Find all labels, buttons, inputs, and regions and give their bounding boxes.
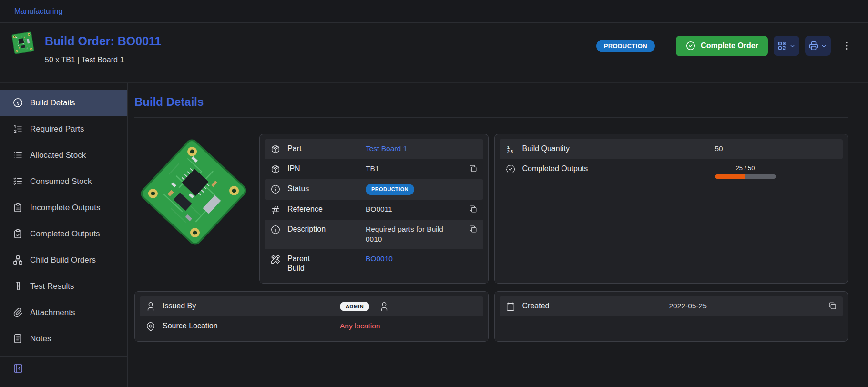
main-panel: Build Details Part Test Board 1 <box>128 83 868 387</box>
sidebar-item-consumed-stock[interactable]: Consumed Stock <box>0 168 127 194</box>
description-value: Required parts for Build 0010 <box>366 224 450 244</box>
sidebar-item-label: Incomplete Outputs <box>30 203 100 213</box>
build-part-image[interactable] <box>135 134 251 250</box>
user-icon <box>379 301 389 312</box>
calendar-icon <box>505 301 516 312</box>
progress-label: 25 / 50 <box>715 164 776 173</box>
detail-label: Created <box>522 301 669 311</box>
build-details-card: Part Test Board 1 IPN TB1 <box>259 134 489 284</box>
overflow-menu-button[interactable] <box>839 39 854 53</box>
detail-row-source-location: Source Location Any location <box>140 316 483 336</box>
barcode-actions-button[interactable] <box>774 36 799 56</box>
sidebar-item-incomplete-outputs[interactable]: Incomplete Outputs <box>0 194 127 221</box>
map-pin-icon <box>145 321 156 332</box>
sidebar-item-label: Child Build Orders <box>30 255 96 265</box>
detail-row-parent-build: Parent Build BO0010 <box>265 249 483 279</box>
issued-by-badge: ADMIN <box>340 302 369 311</box>
progress-bar <box>715 174 776 179</box>
copy-icon <box>469 204 478 214</box>
panel-title: Build Details <box>134 95 848 109</box>
package-icon <box>270 164 281 174</box>
detail-row-created: Created 2022-05-25 <box>500 296 843 316</box>
chevron-down-icon <box>789 42 796 50</box>
sidebar: Build Details Required Parts Allocated S… <box>0 83 128 387</box>
copy-icon <box>828 301 837 310</box>
complete-order-button[interactable]: Complete Order <box>676 36 768 56</box>
printer-icon <box>808 41 819 51</box>
copy-button[interactable] <box>469 164 478 173</box>
sidebar-item-label: Attachments <box>30 308 75 317</box>
source-location-value: Any location <box>340 321 478 331</box>
sidebar-item-attachments[interactable]: Attachments <box>0 299 127 326</box>
detail-label: Completed Outputs <box>522 164 715 174</box>
info-circle-icon <box>12 97 23 108</box>
detail-label: Part <box>287 144 366 154</box>
part-link[interactable]: Test Board 1 <box>366 144 478 154</box>
detail-label: Status <box>287 184 366 194</box>
detail-row-description: Description Required parts for Build 001… <box>265 220 483 249</box>
build-quantity-card: 123 Build Quantity 50 Completed Outputs … <box>494 134 848 284</box>
sidebar-item-completed-outputs[interactable]: Completed Outputs <box>0 221 127 247</box>
created-card: Created 2022-05-25 <box>494 291 848 342</box>
svg-text:2: 2 <box>507 149 509 154</box>
detail-row-issued-by: Issued By ADMIN <box>140 296 483 316</box>
clipboard-icon <box>12 202 23 213</box>
progress-check-icon <box>505 164 516 174</box>
progress-fill <box>715 174 745 179</box>
issue-info-card: Issued By ADMIN Source Location Any loca… <box>134 291 489 342</box>
page-subtitle: 50 x TB1 | Test Board 1 <box>45 56 162 64</box>
detail-label: Build Quantity <box>522 144 715 154</box>
sidebar-item-child-build-orders[interactable]: Child Build Orders <box>0 247 127 273</box>
detail-row-part: Part Test Board 1 <box>265 139 483 159</box>
list-numbers-icon <box>12 123 23 134</box>
detail-label: IPN <box>287 164 366 174</box>
qrcode-icon <box>777 41 787 51</box>
complete-order-label: Complete Order <box>701 41 758 50</box>
copy-button[interactable] <box>469 204 478 214</box>
hash-icon <box>270 204 281 215</box>
detail-row-reference: Reference BO0011 <box>265 200 483 220</box>
copy-button[interactable] <box>469 224 478 234</box>
clipboard-check-icon <box>12 228 23 239</box>
panel-divider <box>134 117 848 118</box>
test-tube-icon <box>12 281 23 292</box>
created-value: 2022-05-25 <box>669 301 824 311</box>
sidebar-item-label: Required Parts <box>30 124 84 134</box>
status-badge: PRODUCTION <box>596 40 655 52</box>
info-circle-icon <box>270 224 281 235</box>
print-actions-button[interactable] <box>805 36 831 56</box>
detail-label: Reference <box>287 204 366 214</box>
sidebar-item-label: Test Results <box>30 282 74 291</box>
detail-row-ipn: IPN TB1 <box>265 159 483 179</box>
sidebar-item-label: Consumed Stock <box>30 177 92 186</box>
svg-text:3: 3 <box>511 149 513 154</box>
reference-value: BO0011 <box>366 204 464 214</box>
sidebar-collapse-button[interactable] <box>12 363 24 374</box>
detail-row-completed-outputs: Completed Outputs 25 / 50 <box>500 159 843 186</box>
info-circle-icon <box>270 184 281 194</box>
status-badge-small: PRODUCTION <box>366 184 414 195</box>
sidebar-item-test-results[interactable]: Test Results <box>0 273 127 299</box>
sidebar-item-notes[interactable]: Notes <box>0 326 127 352</box>
sidebar-item-allocated-stock[interactable]: Allocated Stock <box>0 142 127 168</box>
ipn-value: TB1 <box>366 164 464 174</box>
detail-label: Parent Build <box>287 254 321 274</box>
chevron-down-icon <box>820 42 827 50</box>
breadcrumb-link-manufacturing[interactable]: Manufacturing <box>14 7 62 16</box>
page-title: Build Order: BO0011 <box>45 34 162 48</box>
detail-label: Description <box>287 224 366 234</box>
sidebar-item-required-parts[interactable]: Required Parts <box>0 116 127 142</box>
build-thumbnail[interactable] <box>12 32 35 55</box>
sidebar-item-label: Notes <box>30 334 51 344</box>
sidebar-item-build-details[interactable]: Build Details <box>0 90 127 116</box>
detail-label: Issued By <box>163 301 340 311</box>
notes-icon <box>12 333 23 344</box>
breadcrumb: Manufacturing <box>0 0 868 23</box>
copy-button[interactable] <box>828 301 837 310</box>
build-quantity-value: 50 <box>715 144 837 154</box>
paperclip-icon <box>12 307 23 318</box>
sidebar-collapse-icon <box>12 363 24 374</box>
sidebar-item-label: Completed Outputs <box>30 229 100 239</box>
sidebar-item-label: Build Details <box>30 98 75 108</box>
parent-build-link[interactable]: BO0010 <box>366 254 478 264</box>
